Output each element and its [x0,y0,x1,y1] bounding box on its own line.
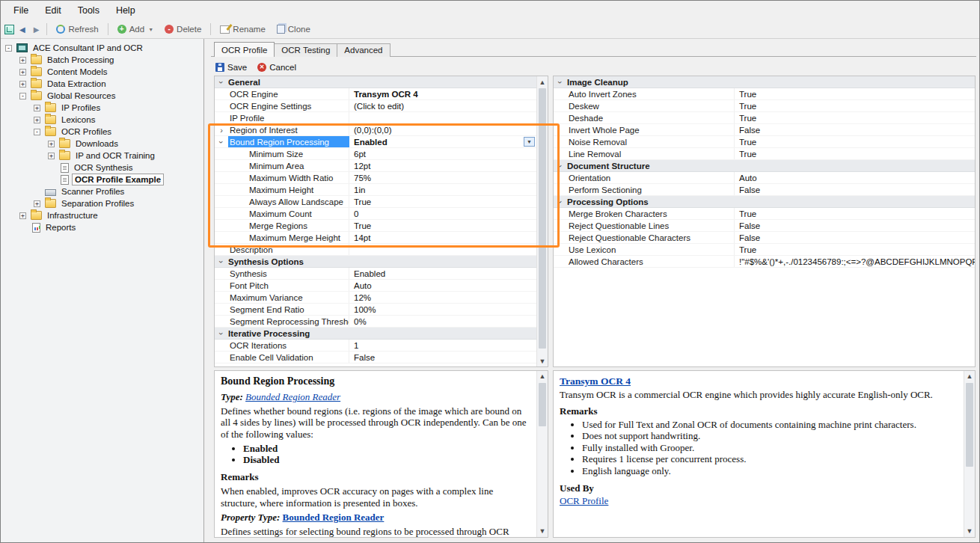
tree-item-ocr-profiles[interactable]: -OCR Profiles [1,126,203,138]
menu-file[interactable]: File [5,2,37,19]
expand-icon[interactable]: + [34,117,40,123]
forward-icon[interactable]: ▶ [31,25,43,34]
back-icon[interactable]: ◀ [16,25,28,34]
property-row-merge-regions[interactable]: Merge RegionsTrue [215,220,536,232]
property-row-font-pitch[interactable]: Font PitchAuto [215,280,536,292]
property-row-maximum-width-ratio[interactable]: Maximum Width Ratio75% [215,172,536,184]
scrollbar-grid-left[interactable]: ▲ ▼ [536,76,548,366]
section-header-processing-options[interactable]: ›Processing Options [554,196,975,208]
tab-advanced[interactable]: Advanced [337,43,390,57]
scroll-thumb[interactable] [539,88,546,349]
property-type-link[interactable]: Bounded Region Reader [283,512,385,523]
cancel-button[interactable]: ✕ Cancel [257,63,296,72]
expand-icon[interactable]: + [48,153,55,159]
expand-icon[interactable]: + [34,200,40,207]
property-row-ocr-iterations[interactable]: OCR Iterations1 [215,340,536,352]
expand-icon[interactable]: + [19,212,26,219]
scroll-down-icon[interactable]: ▼ [537,355,548,366]
section-header-image-cleanup[interactable]: ›Image Cleanup [554,76,975,88]
tree-item-scanner-profiles[interactable]: Scanner Profiles [1,185,203,197]
section-header-iterative-processing[interactable]: ›Iterative Processing [215,328,536,340]
property-row-maximum-merge-height[interactable]: Maximum Merge Height14pt [215,232,536,244]
tree-item-ip-and-ocr-training[interactable]: +IP and OCR Training [1,150,203,162]
property-row-ocr-engine-settings[interactable]: OCR Engine Settings(Click to edit) [215,100,536,112]
property-row-deskew[interactable]: DeskewTrue [554,100,975,112]
tree-item-ocr-synthesis[interactable]: OCR Synthesis [1,162,203,174]
delete-button[interactable]: - Delete [160,23,206,35]
type-link[interactable]: Bounded Region Reader [245,391,340,402]
property-row-perform-sectioning[interactable]: Perform SectioningFalse [554,184,975,196]
scrollbar-help-right[interactable]: ▲ ▼ [964,371,975,537]
property-row-enable-cell-validation[interactable]: Enable Cell ValidationFalse [215,352,536,363]
tree-item-global-resources[interactable]: -Global Resources [1,90,203,102]
scroll-up-icon[interactable]: ▲ [537,371,548,382]
property-row-maximum-count[interactable]: Maximum Count0 [215,208,536,220]
property-row-segment-reprocessing-thresho[interactable]: Segment Reprocessing Thresho0% [215,316,536,328]
property-row-maximum-variance[interactable]: Maximum Variance12% [215,292,536,304]
property-row-region-of-interest[interactable]: ›Region of Interest(0,0):(0,0) [215,124,536,136]
used-by-link[interactable]: OCR Profile [560,495,608,506]
property-row-ip-profile[interactable]: IP Profile [215,112,536,124]
chevron-down-icon[interactable]: › [217,135,226,149]
property-row-reject-questionable-characters[interactable]: Reject Questionable CharactersFalse [554,232,975,244]
tab-ocr-testing[interactable]: OCR Testing [274,43,337,57]
tree-item-ace-consultant-ip-and-ocr[interactable]: -ACE Consultant IP and OCR [1,42,203,54]
collapse-icon[interactable]: - [5,45,12,52]
property-row-reject-questionable-lines[interactable]: Reject Questionable LinesFalse [554,220,975,232]
property-row-merge-broken-characters[interactable]: Merge Broken CharactersTrue [554,208,975,220]
property-row-use-lexicon[interactable]: Use LexiconTrue [554,244,975,256]
property-row-noise-removal[interactable]: Noise RemovalTrue [554,136,975,148]
property-row-bound-region-processing[interactable]: ›Bound Region ProcessingEnabled▼ [215,136,536,148]
clone-button[interactable]: Clone [272,23,315,35]
tab-ocr-profile[interactable]: OCR Profile [214,42,275,57]
scroll-up-icon[interactable]: ▲ [964,371,975,382]
tree-item-downloads[interactable]: +Downloads [1,138,203,150]
collapse-icon[interactable]: - [34,129,40,135]
tree-item-separation-profiles[interactable]: +Separation Profiles [1,197,203,209]
property-row-minimum-size[interactable]: Minimum Size6pt [215,148,536,160]
property-row-allowed-characters[interactable]: Allowed Characters!"#$%&'()*+,-./0123456… [554,256,975,268]
scroll-down-icon[interactable]: ▼ [537,526,548,537]
rename-button[interactable]: Rename [215,23,269,35]
expand-icon[interactable]: + [34,105,40,111]
section-header-document-structure[interactable]: ›Document Structure [554,160,975,172]
tree-item-ocr-profile-example[interactable]: OCR Profile Example [1,174,203,185]
scroll-thumb[interactable] [966,383,973,467]
expand-icon[interactable]: + [48,141,55,147]
property-row-invert-whole-page[interactable]: Invert Whole PageFalse [554,124,975,136]
refresh-button[interactable]: Refresh [52,23,102,35]
chevron-right-icon[interactable]: › [215,126,228,135]
property-row-deshade[interactable]: DeshadeTrue [554,112,975,124]
engine-title-link[interactable]: Transym OCR 4 [560,375,631,387]
property-row-synthesis[interactable]: SynthesisEnabled [215,268,536,280]
tree-item-batch-processing[interactable]: +Batch Processing [1,54,203,66]
property-row-description[interactable]: Description [215,244,536,256]
menu-tools[interactable]: Tools [70,2,108,19]
property-row-orientation[interactable]: OrientationAuto [554,172,975,184]
expand-icon[interactable]: + [19,81,26,88]
tree-item-content-models[interactable]: +Content Models [1,66,203,78]
save-button[interactable]: Save [215,63,247,72]
app-grid-icon[interactable] [4,25,14,34]
property-row-auto-invert-zones[interactable]: Auto Invert ZonesTrue [554,88,975,100]
tree-item-infrastructure[interactable]: +Infrastructure [1,209,203,221]
tree-item-data-extraction[interactable]: +Data Extraction [1,78,203,90]
property-row-segment-end-ratio[interactable]: Segment End Ratio100% [215,304,536,316]
scroll-thumb[interactable] [539,383,546,426]
property-row-always-allow-landscape[interactable]: Always Allow LandscapeTrue [215,196,536,208]
property-row-ocr-engine[interactable]: OCR EngineTransym OCR 4 [215,88,536,100]
expand-icon[interactable]: + [19,69,26,76]
expand-icon[interactable]: + [19,57,26,64]
add-button[interactable]: + Add ▼ [113,23,158,35]
scroll-up-icon[interactable]: ▲ [537,76,548,88]
menu-help[interactable]: Help [108,2,144,19]
scrollbar-help-left[interactable]: ▲ ▼ [536,371,548,537]
property-row-line-removal[interactable]: Line RemovalTrue [554,148,975,160]
section-header-synthesis-options[interactable]: ›Synthesis Options [215,256,536,268]
tree-item-ip-profiles[interactable]: +IP Profiles [1,102,203,114]
section-header-general[interactable]: ›General [215,76,536,88]
collapse-icon[interactable]: - [19,93,26,99]
tree-item-reports[interactable]: Reports [1,221,203,233]
property-row-maximum-height[interactable]: Maximum Height1in [215,184,536,196]
scroll-down-icon[interactable]: ▼ [964,526,975,537]
